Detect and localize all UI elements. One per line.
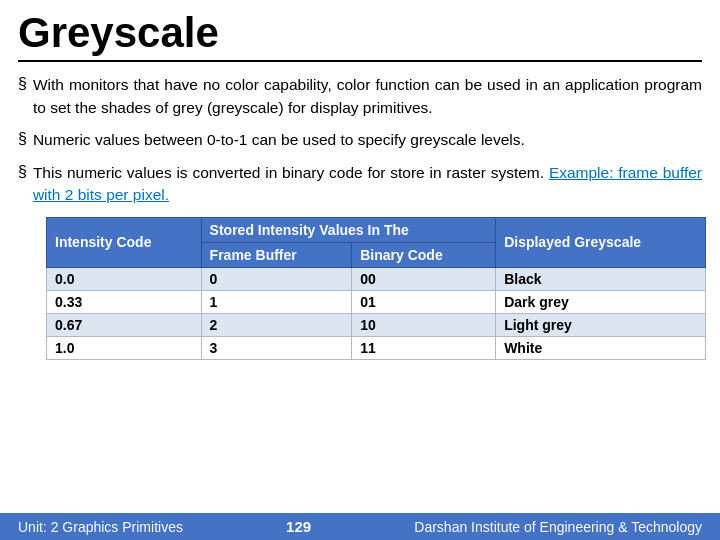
footer-unit: Unit: 2 Graphics Primitives bbox=[18, 519, 183, 535]
cell-framebuffer-3: 2 bbox=[201, 313, 352, 336]
col-header-stored: Stored Intensity Values In The bbox=[201, 217, 496, 242]
cell-display-1: Black bbox=[496, 267, 706, 290]
cell-binary-3: 10 bbox=[352, 313, 496, 336]
cell-framebuffer-1: 0 bbox=[201, 267, 352, 290]
bullet-text-1: With monitors that have no color capabil… bbox=[33, 74, 702, 119]
bullet-icon-1: § bbox=[18, 75, 27, 93]
col-subheader-binarycode: Binary Code bbox=[352, 242, 496, 267]
cell-binary-2: 01 bbox=[352, 290, 496, 313]
cell-intensity-1: 0.0 bbox=[47, 267, 202, 290]
footer-bar: Unit: 2 Graphics Primitives 129 Darshan … bbox=[0, 513, 720, 540]
cell-intensity-4: 1.0 bbox=[47, 336, 202, 359]
bullet-icon-3: § bbox=[18, 163, 27, 181]
table-header-row: Intensity Code Stored Intensity Values I… bbox=[47, 217, 706, 242]
bullet-item-2: § Numeric values between 0-to-1 can be u… bbox=[18, 129, 702, 151]
cell-binary-1: 00 bbox=[352, 267, 496, 290]
cell-framebuffer-2: 1 bbox=[201, 290, 352, 313]
bullet3-before: This numeric values is converted in bina… bbox=[33, 164, 544, 181]
page-title: Greyscale bbox=[18, 10, 702, 56]
col-subheader-framebuffer: Frame Buffer bbox=[201, 242, 352, 267]
bullet-icon-2: § bbox=[18, 130, 27, 148]
col-header-displayed: Displayed Greyscale bbox=[496, 217, 706, 267]
col-header-intensity: Intensity Code bbox=[47, 217, 202, 267]
bullet-text-3: This numeric values is converted in bina… bbox=[33, 162, 702, 207]
cell-binary-4: 11 bbox=[352, 336, 496, 359]
intensity-table-wrapper: Intensity Code Stored Intensity Values I… bbox=[46, 217, 702, 360]
cell-framebuffer-4: 3 bbox=[201, 336, 352, 359]
cell-display-2: Dark grey bbox=[496, 290, 706, 313]
cell-display-4: White bbox=[496, 336, 706, 359]
bullet-item-3: § This numeric values is converted in bi… bbox=[18, 162, 702, 207]
footer-page-number: 129 bbox=[286, 518, 311, 535]
cell-intensity-3: 0.67 bbox=[47, 313, 202, 336]
main-content: Greyscale § With monitors that have no c… bbox=[0, 0, 720, 360]
intensity-table: Intensity Code Stored Intensity Values I… bbox=[46, 217, 706, 360]
title-divider bbox=[18, 60, 702, 62]
table-row: 0.0 0 00 Black bbox=[47, 267, 706, 290]
cell-intensity-2: 0.33 bbox=[47, 290, 202, 313]
footer-institute: Darshan Institute of Engineering & Techn… bbox=[414, 519, 702, 535]
table-row: 0.33 1 01 Dark grey bbox=[47, 290, 706, 313]
table-row: 1.0 3 11 White bbox=[47, 336, 706, 359]
table-row: 0.67 2 10 Light grey bbox=[47, 313, 706, 336]
table-body: 0.0 0 00 Black 0.33 1 01 Dark grey 0.67 … bbox=[47, 267, 706, 359]
bullet-item-1: § With monitors that have no color capab… bbox=[18, 74, 702, 119]
bullet-text-2: Numeric values between 0-to-1 can be use… bbox=[33, 129, 525, 151]
cell-display-3: Light grey bbox=[496, 313, 706, 336]
